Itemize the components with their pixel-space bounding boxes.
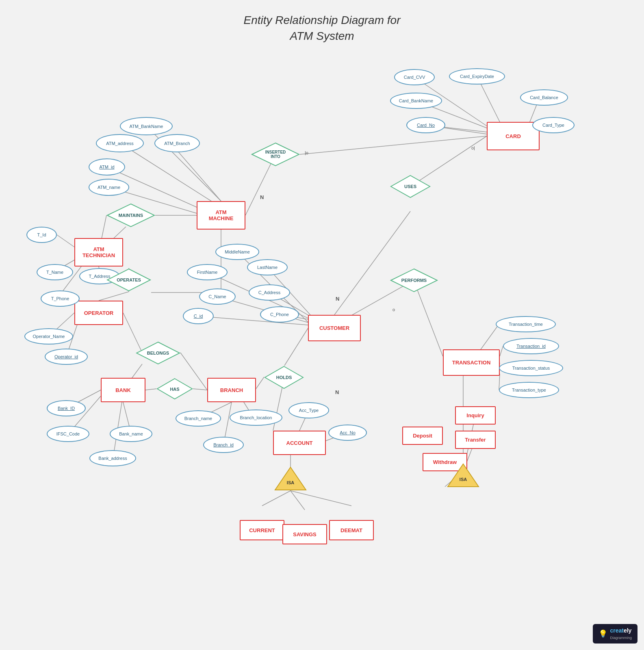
svg-line-60 — [500, 346, 503, 356]
attr-branch-id: Branch_id — [203, 437, 244, 453]
entity-atm-machine[interactable]: ATM MACHINE — [197, 201, 245, 230]
entity-branch[interactable]: BRANCH — [207, 378, 256, 402]
svg-text:N: N — [260, 194, 264, 200]
entity-atm-technician[interactable]: ATM TECHNICIAN — [74, 238, 123, 266]
rel-maintains: MAINTAINS — [106, 203, 155, 228]
attr-c-address: C_Address — [249, 284, 290, 301]
attr-t-id: T_Id — [26, 227, 57, 243]
logo-icon: 💡 — [598, 629, 607, 638]
entity-savings[interactable]: SAVINGS — [282, 524, 327, 544]
entity-deemat[interactable]: DEEMAT — [329, 520, 374, 540]
attr-acc-type: Acc_Type — [288, 402, 329, 418]
entity-card[interactable]: CARD — [487, 122, 540, 150]
attr-atm-bankname: ATM_BankName — [120, 117, 173, 135]
diagram-canvas: Entity Relationship Diagram for ATM Syst… — [0, 0, 644, 650]
attr-trans-time: Transaction_time — [496, 316, 556, 332]
svg-line-50 — [256, 377, 264, 389]
svg-line-1 — [120, 143, 211, 201]
attr-bank-address: Bank_address — [89, 450, 136, 466]
diagram-title: Entity Relationship Diagram for ATM Syst… — [0, 12, 644, 44]
attr-atm-address: ATM_address — [96, 134, 144, 152]
attr-card-bankname: Card_BankName — [390, 93, 442, 109]
svg-text:N: N — [335, 389, 339, 395]
entity-inquiry[interactable]: Inquiry — [455, 406, 496, 425]
rel-has: HAS — [156, 378, 193, 400]
svg-line-13 — [300, 136, 487, 154]
svg-line-51 — [284, 328, 308, 366]
entity-bank[interactable]: BANK — [101, 378, 145, 402]
rel-uses: USES — [390, 175, 431, 198]
entity-deposit[interactable]: Deposit — [402, 427, 443, 445]
attr-atm-name: ATM_name — [89, 179, 129, 196]
attr-c-id: C_id — [183, 308, 214, 324]
attr-bank-id: Bank_ID — [47, 400, 86, 416]
isa-transaction: ISA — [447, 463, 479, 488]
svg-line-22 — [334, 211, 410, 315]
entity-account[interactable]: ACCOUNT — [273, 431, 326, 455]
attr-acc-no: Acc_No — [328, 425, 367, 441]
attr-card-type: Card_Type — [532, 117, 575, 133]
svg-line-8 — [57, 235, 74, 247]
entity-customer[interactable]: CUSTOMER — [308, 315, 361, 341]
attr-trans-id: Transaction_id — [503, 338, 559, 354]
attr-card-balance: Card_Balance — [520, 89, 568, 106]
attr-card-expirydate: Card_ExpiryDate — [449, 68, 505, 84]
attr-ifsc-code: IFSC_Code — [47, 426, 89, 442]
svg-text:ISA: ISA — [287, 480, 294, 485]
attr-operator-id: Operator_id — [45, 349, 88, 365]
attr-c-name: C_Name — [199, 288, 236, 305]
attr-card-cvv: Card_CVV — [394, 69, 435, 85]
rel-operates: OPERATES — [106, 268, 151, 292]
svg-line-58 — [291, 491, 351, 506]
attr-lastname: LastName — [247, 259, 288, 275]
svg-text:|o: |o — [305, 150, 308, 155]
entity-current[interactable]: CURRENT — [240, 520, 284, 540]
svg-text:o: o — [392, 307, 395, 312]
attr-branch-name: Branch_name — [176, 410, 221, 427]
attr-atm-id: ATM_id — [89, 158, 125, 176]
svg-line-57 — [291, 491, 305, 510]
attr-bank-name: Bank_name — [110, 426, 152, 442]
attr-trans-type: Transaction_type — [499, 382, 559, 398]
attr-t-name: T_Name — [37, 264, 73, 280]
logo-text: creately Diagramming — [610, 627, 632, 640]
entity-transfer[interactable]: Transfer — [455, 431, 496, 449]
svg-marker-82 — [275, 467, 306, 490]
attr-operator-name: Operator_Name — [24, 328, 73, 344]
svg-marker-84 — [448, 464, 479, 487]
svg-text:ISA: ISA — [460, 477, 467, 482]
attr-firstname: FirstName — [187, 264, 228, 280]
svg-line-45 — [145, 389, 156, 390]
attr-t-phone: T_Phone — [41, 290, 80, 307]
attr-branch-location: Branch_location — [230, 410, 282, 426]
attr-middlename: MiddleName — [215, 244, 259, 260]
rel-inserted-into: INSERTEDINTO — [251, 142, 300, 167]
logo: 💡 creately Diagramming — [593, 624, 637, 644]
svg-line-32 — [99, 292, 129, 301]
attr-trans-status: Transaction_status — [499, 360, 563, 376]
attr-c-phone: C_Phone — [260, 306, 299, 323]
svg-line-56 — [262, 491, 291, 506]
rel-performs: PERFORMS — [390, 268, 438, 292]
rel-belongs: BELONGS — [136, 341, 180, 365]
attr-card-no: Card_No — [406, 117, 445, 133]
svg-text:N: N — [336, 296, 339, 302]
entity-operator[interactable]: OPERATOR — [74, 301, 123, 325]
attr-atm-branch: ATM_Branch — [154, 134, 200, 152]
isa-account: ISA — [274, 466, 307, 491]
rel-holds: HOLDS — [264, 366, 304, 389]
svg-text:o|: o| — [471, 145, 475, 150]
svg-line-46 — [193, 389, 207, 390]
entity-transaction[interactable]: TRANSACTION — [443, 349, 500, 376]
